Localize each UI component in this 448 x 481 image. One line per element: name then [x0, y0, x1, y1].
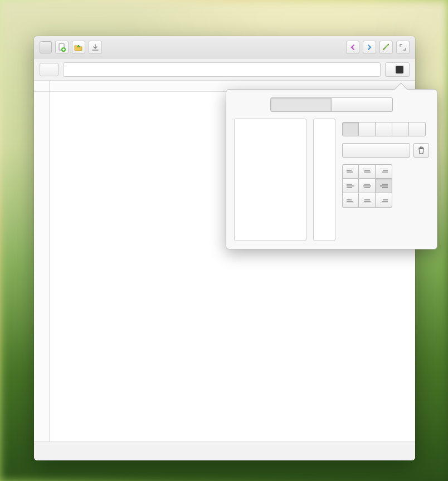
redo-button[interactable] — [363, 41, 376, 54]
save-button[interactable] — [89, 41, 102, 54]
style-underline-button[interactable] — [392, 122, 409, 136]
style-buttons — [342, 122, 429, 136]
align-mid-right[interactable] — [376, 179, 392, 193]
align-top-center[interactable] — [359, 164, 376, 179]
row-headers — [34, 92, 50, 441]
size-list[interactable] — [313, 119, 335, 241]
align-top-right[interactable] — [376, 164, 392, 179]
font-popover — [226, 89, 437, 249]
delete-color-button[interactable] — [413, 143, 429, 158]
maximize-icon — [400, 44, 406, 51]
maximize-button[interactable] — [396, 41, 410, 54]
new-document-button[interactable] — [55, 41, 69, 54]
style-bold-button[interactable] — [359, 122, 376, 136]
align-bot-right[interactable] — [376, 193, 392, 208]
formula-input[interactable] — [63, 62, 381, 77]
sheet-tabs-bar — [34, 441, 415, 460]
titlebar — [34, 36, 415, 58]
document-add-icon — [57, 43, 66, 52]
font-selector-button[interactable] — [385, 62, 410, 77]
align-mid-center[interactable] — [359, 179, 376, 193]
align-bot-left[interactable] — [342, 193, 359, 208]
style-italic-button[interactable] — [376, 122, 392, 136]
color-swatch — [396, 66, 403, 73]
align-top-left[interactable] — [342, 164, 359, 179]
tab-fonts[interactable] — [270, 97, 332, 112]
style-normal-button[interactable] — [342, 122, 359, 136]
add-sheet-button[interactable] — [37, 444, 54, 459]
trash-icon — [418, 146, 425, 154]
redo-icon — [366, 43, 373, 51]
folder-open-icon — [74, 43, 83, 52]
color-select[interactable] — [342, 143, 410, 158]
ruler-button[interactable] — [379, 41, 393, 54]
select-all-corner[interactable] — [34, 81, 50, 91]
open-button[interactable] — [72, 41, 85, 54]
undo-button[interactable] — [346, 41, 359, 54]
popover-tabs — [234, 97, 429, 112]
formula-bar — [34, 58, 415, 81]
alignment-grid — [342, 164, 429, 208]
download-icon — [91, 43, 99, 51]
tab-cells[interactable] — [332, 97, 393, 112]
function-button[interactable] — [40, 63, 59, 76]
ruler-icon — [382, 43, 390, 51]
align-bot-center[interactable] — [359, 193, 376, 208]
align-mid-left[interactable] — [342, 179, 359, 193]
undo-icon — [349, 43, 357, 51]
[interactable] — [234, 119, 306, 241]
style-strike-button[interactable] — [409, 122, 426, 136]
close-button[interactable] — [40, 41, 52, 53]
